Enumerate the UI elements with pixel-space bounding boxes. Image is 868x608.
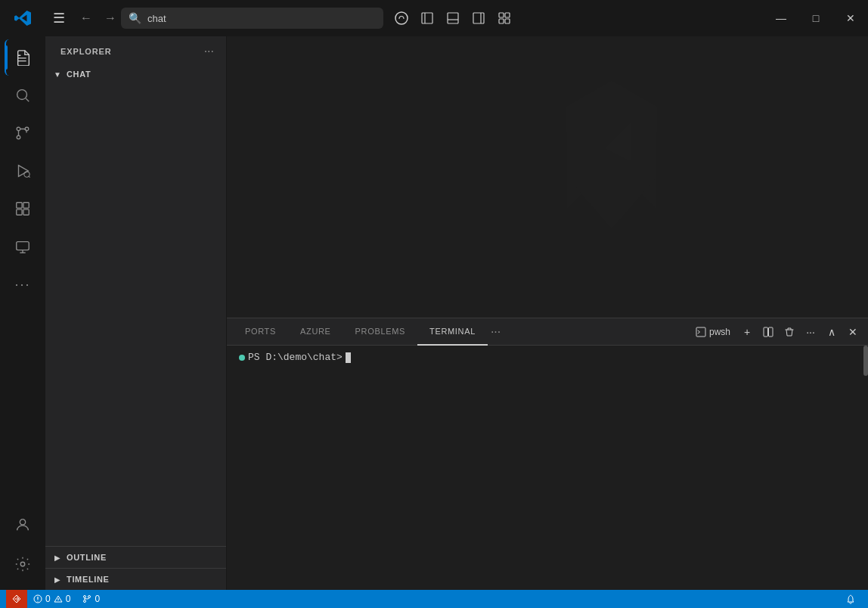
layout-grid-icon[interactable] — [492, 8, 516, 29]
bell-icon — [845, 594, 856, 604]
sidebar-item-settings[interactable] — [5, 546, 41, 582]
terminal-toolbar: pwsh + — [691, 323, 862, 341]
tab-ports[interactable]: PORTS — [233, 318, 288, 346]
svg-rect-9 — [499, 19, 504, 23]
timeline-section-header[interactable]: ▶ TIMELINE — [45, 569, 226, 590]
chat-section-arrow: ▼ — [51, 70, 64, 79]
editor-watermark — [227, 36, 868, 318]
accounts-icon — [14, 516, 31, 533]
activity-bar: ··· — [0, 36, 45, 590]
svg-point-37 — [88, 596, 91, 598]
prompt-cursor — [346, 352, 351, 363]
vscode-watermark-svg — [419, 48, 676, 306]
titlebar-actions — [389, 8, 516, 29]
split-icon — [763, 327, 773, 337]
sidebar-header: EXPLORER ··· — [45, 36, 226, 64]
terminal-content[interactable]: PS D:\demo\chat> — [227, 346, 868, 590]
terminal-more-button[interactable]: ··· — [801, 323, 820, 341]
sidebar-item-accounts[interactable] — [5, 507, 41, 543]
tab-terminal[interactable]: TERMINAL — [417, 318, 488, 346]
sidebar-item-remote[interactable] — [5, 228, 41, 265]
layout-sidebar-icon[interactable] — [415, 8, 439, 29]
svg-point-36 — [84, 596, 86, 598]
prompt-dot — [239, 355, 245, 361]
sidebar-item-extensions[interactable] — [5, 191, 41, 227]
chat-section: ▼ CHAT — [45, 64, 226, 88]
svg-rect-7 — [499, 13, 504, 17]
layout-panel-icon[interactable] — [441, 8, 465, 29]
forward-button[interactable]: → — [100, 8, 121, 29]
main-layout: ··· EXPLORER ··· ▼ — [0, 36, 868, 590]
svg-rect-21 — [17, 209, 22, 215]
svg-rect-20 — [23, 203, 29, 208]
status-notifications[interactable] — [839, 590, 862, 608]
trash-icon — [784, 327, 795, 337]
titlebar: ☰ ← → 🔍 chat — □ ✕ — [0, 0, 868, 36]
collapse-terminal-button[interactable]: ∧ — [823, 323, 841, 341]
close-terminal-button[interactable]: ✕ — [844, 323, 862, 341]
sidebar: EXPLORER ··· ▼ CHAT ▶ OUTLINE ▶ TIMELINE — [45, 36, 227, 590]
svg-line-12 — [26, 98, 29, 101]
outline-label: OUTLINE — [67, 553, 107, 562]
delete-terminal-button[interactable] — [780, 323, 798, 341]
svg-rect-29 — [696, 327, 705, 337]
search-text: chat — [147, 13, 166, 24]
terminal-scrollbar-thumb[interactable] — [863, 346, 868, 376]
tab-problems[interactable]: PROBLEMS — [343, 318, 417, 346]
outline-section-header[interactable]: ▶ OUTLINE — [45, 547, 226, 568]
svg-rect-31 — [769, 327, 773, 337]
sidebar-bottom: ▶ OUTLINE ▶ TIMELINE — [45, 546, 226, 590]
svg-rect-8 — [505, 13, 510, 17]
maximize-button[interactable]: □ — [798, 0, 833, 36]
run-debug-icon — [14, 163, 31, 179]
terminal-panel: PORTS AZURE PROBLEMS TERMINAL ··· — [227, 318, 868, 590]
terminal-scrollbar[interactable] — [863, 346, 868, 590]
timeline-section: ▶ TIMELINE — [45, 568, 226, 590]
split-terminal-button[interactable] — [759, 323, 777, 341]
svg-point-15 — [17, 135, 20, 139]
terminal-prompt: PS D:\demo\chat> — [239, 352, 856, 363]
warning-icon — [54, 594, 63, 603]
titlebar-search-box[interactable]: 🔍 chat — [121, 8, 383, 29]
vscode-logo-icon — [14, 10, 31, 26]
svg-rect-22 — [23, 209, 29, 215]
sidebar-item-more[interactable]: ··· — [5, 266, 41, 302]
svg-point-27 — [20, 562, 25, 566]
copilot-icon[interactable] — [389, 8, 414, 29]
terminal-tabs: PORTS AZURE PROBLEMS TERMINAL ··· — [227, 318, 868, 346]
close-button[interactable]: ✕ — [833, 0, 868, 36]
layout-right-sidebar-icon[interactable] — [467, 8, 491, 29]
chat-section-header[interactable]: ▼ CHAT — [45, 64, 226, 85]
terminal-tabs-more[interactable]: ··· — [488, 325, 504, 339]
back-button[interactable]: ← — [76, 8, 97, 29]
svg-point-13 — [17, 127, 20, 131]
chat-section-label: CHAT — [67, 70, 91, 79]
sidebar-item-source-control[interactable] — [5, 115, 41, 151]
svg-rect-1 — [422, 13, 432, 23]
sidebar-item-search[interactable] — [5, 77, 41, 113]
hamburger-menu-icon[interactable]: ☰ — [45, 10, 73, 26]
remote-icon — [12, 594, 21, 603]
minimize-button[interactable]: — — [764, 0, 798, 36]
search-icon — [14, 87, 31, 104]
status-remote[interactable] — [6, 590, 27, 608]
statusbar: 0 0 0 — [0, 590, 868, 608]
sidebar-item-explorer[interactable] — [5, 39, 41, 76]
error-icon — [33, 594, 42, 603]
timeline-arrow: ▶ — [51, 575, 64, 584]
svg-rect-10 — [505, 19, 510, 23]
svg-rect-30 — [764, 327, 768, 337]
files-icon — [15, 49, 32, 66]
sidebar-item-run[interactable] — [5, 153, 41, 189]
extensions-icon — [14, 200, 31, 217]
remote-explorer-icon — [14, 238, 31, 255]
outline-section: ▶ OUTLINE — [45, 546, 226, 568]
svg-point-26 — [20, 520, 25, 525]
status-errors[interactable]: 0 0 — [27, 590, 76, 608]
sidebar-more-button[interactable]: ··· — [204, 45, 214, 58]
terminal-shell-selector[interactable]: pwsh — [691, 325, 735, 339]
svg-rect-28 — [580, 145, 631, 171]
status-git-branch[interactable]: 0 — [76, 590, 106, 608]
tab-azure[interactable]: AZURE — [288, 318, 343, 346]
new-terminal-button[interactable]: + — [738, 323, 756, 341]
